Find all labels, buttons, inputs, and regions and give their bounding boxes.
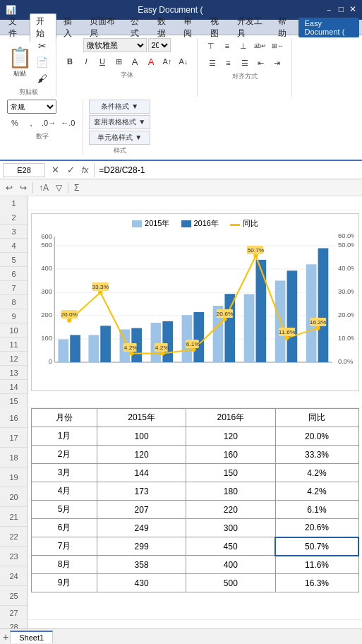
- cell-style-button[interactable]: 单元格样式 ▼: [89, 131, 150, 145]
- sum-button[interactable]: Σ: [71, 181, 82, 195]
- align-center-button[interactable]: ≡: [221, 55, 236, 71]
- cut-button[interactable]: ✂: [34, 38, 50, 54]
- cancel-formula-icon[interactable]: ✕: [48, 163, 62, 177]
- redo-button[interactable]: ↪: [17, 181, 30, 195]
- cell-7-1[interactable]: 358: [97, 556, 186, 574]
- cell-8-0[interactable]: 9月: [32, 574, 97, 592]
- comma-button[interactable]: ,: [23, 115, 39, 131]
- filter-button[interactable]: ▽: [53, 181, 65, 195]
- align-top-button[interactable]: ⊤: [203, 38, 219, 54]
- menu-data[interactable]: 数据: [152, 14, 177, 41]
- indent-more-button[interactable]: ⇥: [270, 55, 285, 71]
- minimize-icon[interactable]: －: [325, 4, 333, 16]
- cell-27[interactable]: [28, 606, 362, 619]
- confirm-formula-icon[interactable]: ✓: [64, 163, 78, 177]
- align-left-button[interactable]: ☰: [205, 55, 220, 71]
- font-size-select[interactable]: 20: [148, 38, 171, 52]
- cell-2-3[interactable]: 4.2%: [275, 464, 358, 482]
- decrease-decimal-button[interactable]: ←.0: [59, 115, 77, 131]
- cell-7-0[interactable]: 8月: [32, 556, 97, 574]
- increase-decimal-button[interactable]: .0→: [40, 115, 58, 131]
- cell-0-0[interactable]: 1月: [32, 427, 97, 446]
- copy-button[interactable]: 📄: [34, 54, 50, 70]
- cell-4-3[interactable]: 6.1%: [275, 501, 358, 519]
- font-color-button[interactable]: A: [143, 54, 159, 69]
- cell-3-0[interactable]: 4月: [32, 482, 97, 501]
- table-format-button[interactable]: 套用表格格式 ▼: [89, 115, 150, 129]
- cell-5-2[interactable]: 300: [186, 519, 275, 537]
- cell-6-0[interactable]: 7月: [32, 537, 97, 556]
- italic-button[interactable]: I: [78, 54, 94, 69]
- undo-button[interactable]: ↩: [3, 181, 16, 195]
- menu-dev[interactable]: 开发工具: [231, 14, 271, 41]
- cell-2-1[interactable]: 144: [97, 464, 186, 482]
- cell-1-3[interactable]: 33.3%: [275, 446, 358, 464]
- menu-home[interactable]: 开始: [30, 13, 56, 42]
- sort-asc-button[interactable]: ↑A: [36, 181, 52, 195]
- wrap-text-button[interactable]: ab↵: [252, 38, 269, 54]
- cell-3-2[interactable]: 180: [186, 482, 275, 501]
- menu-review[interactable]: 审阅: [178, 14, 203, 41]
- cell-6-1[interactable]: 299: [97, 537, 186, 556]
- font-name-select[interactable]: 微软雅黑: [83, 38, 147, 52]
- cell-4-1[interactable]: 207: [97, 501, 186, 519]
- menu-easy-doc[interactable]: Easy Document (: [298, 18, 359, 37]
- cell-2-0[interactable]: 3月: [32, 464, 97, 482]
- percent-button[interactable]: %: [7, 115, 23, 131]
- indent-less-button[interactable]: ⇤: [253, 55, 269, 71]
- fill-color-button[interactable]: A: [127, 54, 143, 69]
- cell-1-1[interactable]: 120: [97, 446, 186, 464]
- align-label: 对齐方式: [232, 72, 258, 81]
- border-button[interactable]: ⊞: [111, 54, 126, 69]
- cell-8-1[interactable]: 430: [97, 574, 186, 592]
- menu-insert[interactable]: 插入: [58, 14, 83, 41]
- menu-help[interactable]: 帮助: [272, 14, 298, 41]
- cell-5-3[interactable]: 20.6%: [275, 519, 358, 537]
- align-right-button[interactable]: ☰: [237, 55, 253, 71]
- rownum-7: 7: [0, 281, 28, 295]
- menu-layout[interactable]: 页面布局: [84, 14, 123, 41]
- cell-6-3[interactable]: 50.7%: [275, 537, 358, 556]
- align-bottom-button[interactable]: ⊥: [236, 38, 251, 54]
- formula-input[interactable]: [94, 163, 359, 177]
- cell-7-3[interactable]: 11.6%: [275, 556, 358, 574]
- paste-button[interactable]: 📋粘贴: [7, 47, 32, 78]
- align-middle-button[interactable]: ≡: [219, 38, 235, 54]
- number-format-select[interactable]: 常规: [7, 100, 56, 114]
- cell-6-2[interactable]: 450: [186, 537, 275, 556]
- cell-1-a[interactable]: [28, 196, 362, 210]
- menu-file[interactable]: 文件: [3, 14, 28, 41]
- conditional-format-button[interactable]: 条件格式 ▼: [89, 100, 150, 114]
- cell-8-2[interactable]: 500: [186, 574, 275, 592]
- cell-0-3[interactable]: 20.0%: [275, 427, 358, 446]
- menu-view[interactable]: 视图: [205, 14, 230, 41]
- bold-button[interactable]: B: [62, 54, 78, 69]
- cell-0-1[interactable]: 100: [97, 427, 186, 446]
- underline-button[interactable]: U: [95, 54, 110, 69]
- cell-1-2[interactable]: 160: [186, 446, 275, 464]
- number-label: 数字: [36, 132, 49, 141]
- cell-1-0[interactable]: 2月: [32, 446, 97, 464]
- cell-3-3[interactable]: 4.2%: [275, 482, 358, 501]
- cell-7-2[interactable]: 400: [186, 556, 275, 574]
- cell-3-1[interactable]: 173: [97, 482, 186, 501]
- maximize-icon[interactable]: □: [339, 4, 344, 16]
- cell-8-3[interactable]: 16.3%: [275, 574, 358, 592]
- cell-4-2[interactable]: 220: [186, 501, 275, 519]
- new-sheet-button[interactable]: +: [3, 631, 8, 643]
- close-icon[interactable]: ✕: [349, 4, 356, 16]
- increase-font-button[interactable]: A↑: [159, 54, 175, 69]
- decrease-font-button[interactable]: A↓: [176, 54, 191, 69]
- cell-0-2[interactable]: 120: [186, 427, 275, 446]
- format-paint-button[interactable]: 🖌: [34, 71, 50, 86]
- cell-2-2[interactable]: 150: [186, 464, 275, 482]
- chart-area[interactable]: 2015年 2016年 同比 0 10: [31, 213, 359, 391]
- cell-5-1[interactable]: 249: [97, 519, 186, 537]
- cell-5-0[interactable]: 6月: [32, 519, 97, 537]
- cell-reference[interactable]: [3, 163, 45, 177]
- sheet-tab-1[interactable]: Sheet1: [10, 631, 53, 643]
- merge-button[interactable]: ⊞↔: [270, 38, 286, 54]
- cell-15[interactable]: [28, 394, 362, 407]
- menu-formula[interactable]: 公式: [125, 14, 150, 41]
- cell-4-0[interactable]: 5月: [32, 501, 97, 519]
